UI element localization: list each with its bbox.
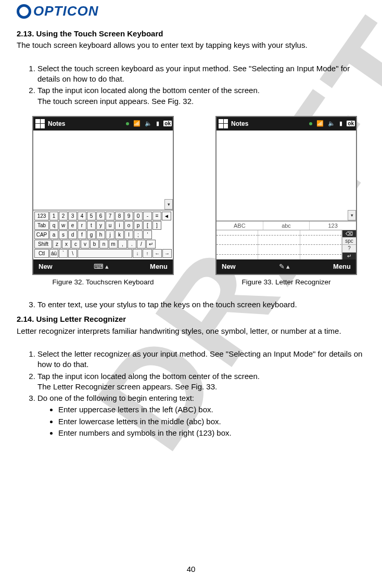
key[interactable]: t [87, 221, 96, 230]
key[interactable]: k [115, 230, 124, 239]
key[interactable]: Ctl [34, 249, 49, 258]
scroll-down-icon[interactable]: ▾ [164, 199, 173, 210]
section-214-steps: Select the letter recognizer as your inp… [17, 349, 367, 438]
key[interactable]: 2 [59, 212, 68, 220]
space-button[interactable]: spc [342, 238, 356, 245]
list-item: Enter uppercase letters in the left (ABC… [58, 404, 367, 415]
key[interactable]: 0 [134, 212, 143, 220]
key[interactable]: ↑ [143, 249, 152, 258]
figure-32: Notes 📶 🔈 ▮ ok ▾ 1231234567890-=◄ Tabq [32, 116, 174, 286]
logo-text: OPTICON [33, 3, 98, 19]
key[interactable]: y [96, 221, 105, 230]
key[interactable]: r [78, 221, 86, 230]
antenna-icon: 📶 [316, 120, 324, 127]
scroll-down-icon[interactable]: ▾ [348, 210, 356, 220]
key[interactable]: u [106, 221, 114, 230]
key[interactable]: 6 [96, 212, 105, 220]
ok-button[interactable]: ok [163, 121, 172, 126]
sip-icon[interactable]: ⌨︎ ▴ [94, 263, 109, 270]
list-item: Enter lowercase letters in the middle (a… [58, 416, 367, 427]
key[interactable]: ; [134, 230, 143, 239]
key[interactable]: ◄ [162, 212, 171, 220]
list-item: Tap the input icon located along the bot… [37, 371, 367, 393]
key[interactable]: h [96, 230, 105, 239]
recognizer-col-lower[interactable] [258, 230, 300, 259]
key[interactable]: a [49, 230, 58, 239]
key[interactable]: l [124, 230, 133, 239]
key[interactable]: c [71, 240, 80, 249]
key[interactable]: → [162, 249, 172, 258]
softkey-new[interactable]: New [222, 263, 236, 270]
key[interactable]: ] [152, 221, 161, 230]
key[interactable]: f [78, 230, 86, 239]
enter-button[interactable]: ↵ [342, 253, 356, 259]
key[interactable]: x [62, 240, 71, 249]
key[interactable]: 123 [34, 212, 49, 220]
key[interactable]: = [152, 212, 161, 220]
key[interactable]: d [68, 230, 77, 239]
tab-lower[interactable]: abc [263, 221, 310, 230]
key[interactable]: 9 [124, 212, 133, 220]
softkey-new[interactable]: New [39, 263, 53, 270]
key[interactable]: z [53, 240, 61, 249]
backspace-button[interactable]: ⌫ [342, 230, 356, 238]
key[interactable]: o [124, 221, 133, 230]
key[interactable]: áü [49, 249, 58, 258]
key[interactable]: Shift [34, 240, 52, 249]
key[interactable]: 7 [106, 212, 114, 220]
fig33-caption: Figure 33. Letter Recognizer [215, 278, 357, 286]
key[interactable]: CAP [34, 230, 49, 239]
key[interactable]: ← [152, 249, 162, 258]
key[interactable]: - [143, 212, 152, 220]
key[interactable] [78, 249, 132, 258]
logo-mark-icon [17, 4, 31, 19]
section-213-title: 2.13. Using the Touch Screen Keyboard [17, 29, 367, 39]
key[interactable]: [ [143, 221, 152, 230]
brand-logo: OPTICON [17, 0, 367, 29]
key[interactable]: Tab [34, 221, 49, 230]
key[interactable]: ↵ [146, 240, 156, 249]
key[interactable]: p [134, 221, 143, 230]
tab-upper[interactable]: ABC [217, 221, 263, 230]
softkey-menu[interactable]: Menu [333, 263, 351, 270]
key[interactable]: e [68, 221, 77, 230]
key[interactable]: j [106, 230, 114, 239]
key[interactable]: / [137, 240, 146, 249]
fig32-caption: Figure 32. Touchscren Keyboard [32, 278, 174, 286]
key[interactable]: 1 [49, 212, 58, 220]
fig33-notes-area[interactable]: ▾ [217, 130, 356, 221]
key[interactable]: i [115, 221, 124, 230]
key[interactable]: . [128, 240, 136, 249]
antenna-icon: 📶 [133, 120, 141, 127]
key[interactable]: , [118, 240, 127, 249]
key[interactable]: g [87, 230, 96, 239]
list-item: Enter numbers and symbols in the right (… [58, 428, 367, 438]
key[interactable]: ↓ [133, 249, 142, 258]
key[interactable]: b [90, 240, 99, 249]
key[interactable]: 4 [78, 212, 86, 220]
key[interactable]: ` [59, 249, 68, 258]
ok-button[interactable]: ok [347, 121, 355, 126]
fig32-notes-area[interactable]: ▾ [33, 130, 173, 210]
softkey-menu[interactable]: Menu [150, 263, 168, 270]
fig33-titlebar: Notes 📶 🔈 ▮ ok [217, 117, 356, 130]
key[interactable]: w [59, 221, 68, 230]
key[interactable]: n [99, 240, 108, 249]
key[interactable]: 3 [68, 212, 77, 220]
sip-icon[interactable]: ✎ ▴ [279, 263, 290, 270]
key[interactable]: 5 [87, 212, 96, 220]
key[interactable]: s [59, 230, 68, 239]
key[interactable]: m [109, 240, 118, 249]
key[interactable]: q [49, 221, 58, 230]
fig32-keyboard[interactable]: 1231234567890-=◄ Tabqwertyuiop[] CAPasdf… [33, 210, 173, 259]
recognizer-col-numeric[interactable] [300, 230, 342, 259]
key[interactable]: ' [143, 230, 152, 239]
help-button[interactable]: ? [342, 245, 356, 252]
recognizer-col-upper[interactable] [217, 230, 258, 259]
list-item: Do one of the following to begin enterin… [37, 393, 367, 438]
tab-numeric[interactable]: 123 [310, 221, 356, 230]
key[interactable]: 8 [115, 212, 124, 220]
key[interactable]: \ [68, 249, 77, 258]
key[interactable]: v [81, 240, 90, 249]
fig33-recognizer[interactable]: ABC abc 123 ⌫ spc ? ↵ [217, 221, 356, 259]
